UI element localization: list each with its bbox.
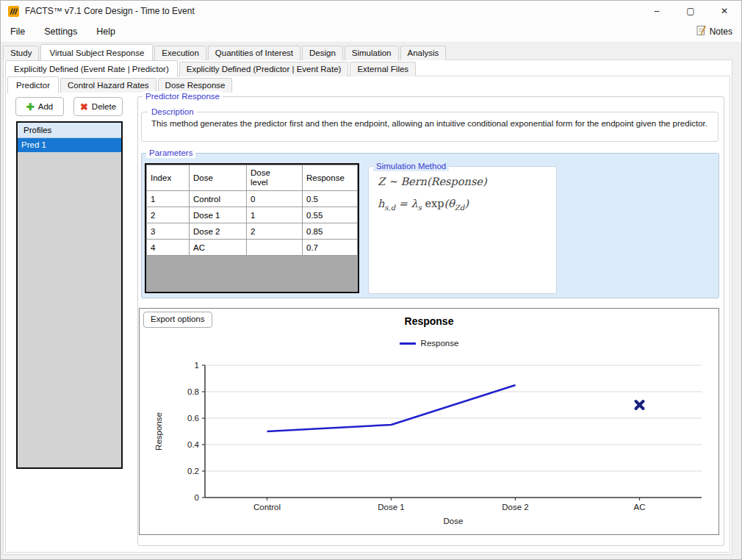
parameters-label: Parameters: [146, 148, 195, 158]
tertiary-tab-strip: Predictor Control Hazard Rates Dose Resp…: [7, 76, 234, 93]
delete-label: Delete: [92, 102, 116, 111]
cell-response[interactable]: 0.55: [303, 207, 358, 223]
formula-bernoulli: Z ∼ Bern(Response): [378, 176, 487, 187]
menu-bar: File Settings Help: [1, 21, 741, 43]
tab-dose-response[interactable]: Dose Response: [158, 78, 233, 93]
tab-control-hazard-rates[interactable]: Control Hazard Rates: [60, 78, 156, 93]
svg-text:0.8: 0.8: [187, 387, 199, 396]
svg-text:Dose 2: Dose 2: [502, 503, 528, 511]
svg-text:AC: AC: [634, 503, 646, 511]
minimize-button[interactable]: –: [640, 1, 674, 21]
table-row: 3 Dose 2 2 0.85: [147, 223, 358, 240]
cell-index[interactable]: 3: [147, 223, 190, 240]
cell-dose-level[interactable]: 2: [247, 223, 303, 240]
response-chart-panel: Export options Response Response 00.20.4…: [139, 308, 719, 535]
cell-dose[interactable]: AC: [190, 240, 247, 256]
description-text: This method generates the predictor firs…: [142, 112, 718, 128]
cell-dose-level[interactable]: 0: [247, 191, 303, 207]
col-dose: Dose: [190, 165, 247, 191]
menu-file[interactable]: File: [1, 26, 35, 37]
profiles-list-header: Profiles: [18, 123, 121, 138]
add-label: Add: [38, 102, 53, 111]
menu-settings[interactable]: Settings: [35, 26, 87, 37]
table-header-row: Index Dose Dose level Response: [147, 165, 358, 191]
svg-text:Response: Response: [154, 412, 163, 450]
facts-logo-icon: [8, 6, 19, 17]
tab-study[interactable]: Study: [3, 46, 39, 60]
title-bar: FACTS™ v7.1 Core Design - Time to Event …: [1, 1, 741, 21]
table-row: 4 AC 0.7: [147, 240, 358, 256]
notes-label: Notes: [710, 26, 732, 37]
tab-execution[interactable]: Execution: [154, 46, 206, 60]
profile-item-pred1[interactable]: Pred 1: [18, 138, 121, 152]
tab-explicit-predictor-event-rate[interactable]: Explicitly Defined (Predictor | Event Ra…: [179, 62, 349, 76]
svg-text:0.4: 0.4: [187, 440, 200, 449]
svg-text:Control: Control: [253, 503, 281, 511]
secondary-tab-strip: Explicitly Defined (Event Rate | Predict…: [5, 60, 417, 76]
cell-dose-level[interactable]: 1: [247, 207, 303, 223]
window-controls: – ▢ ✕: [640, 1, 741, 21]
close-button[interactable]: ✕: [707, 1, 741, 21]
simulation-method-label: Simulation Method: [373, 161, 449, 171]
notes-button[interactable]: Notes: [696, 25, 732, 38]
simulation-method-group: Simulation Method Z ∼ Bern(Response) hs,…: [368, 166, 557, 294]
parameters-group: Parameters Index Dose Dose level Respons…: [141, 153, 719, 298]
primary-tab-strip: Study Virtual Subject Response Execution…: [3, 43, 447, 60]
svg-text:1: 1: [195, 361, 199, 370]
add-button[interactable]: ✚ Add: [15, 97, 64, 116]
svg-text:Dose: Dose: [444, 517, 464, 525]
tab-quantities-of-interest[interactable]: Quantities of Interest: [208, 46, 300, 60]
cell-index[interactable]: 1: [147, 191, 190, 207]
cell-response[interactable]: 0.5: [303, 191, 358, 207]
add-icon: ✚: [26, 101, 35, 112]
tab-explicit-event-rate-predictor[interactable]: Explicitly Defined (Event Rate | Predict…: [5, 60, 178, 77]
cell-response[interactable]: 0.85: [303, 223, 358, 240]
tab-predictor[interactable]: Predictor: [7, 76, 59, 93]
delete-icon: ✖: [80, 101, 88, 112]
svg-text:0: 0: [195, 493, 199, 502]
table-row: 1 Control 0 0.5: [147, 191, 358, 207]
parameters-table: Index Dose Dose level Response 1 Control…: [145, 163, 359, 293]
tab-virtual-subject-response[interactable]: Virtual Subject Response: [40, 44, 153, 61]
tab-analysis[interactable]: Analysis: [400, 46, 447, 60]
description-group: Description This method generates the pr…: [141, 112, 718, 142]
formula-hazard: hs,d = λs exp(θZd): [378, 198, 469, 212]
predictor-response-label: Predictor Response: [143, 91, 223, 101]
cell-dose[interactable]: Dose 1: [190, 207, 247, 223]
delete-button[interactable]: ✖ Delete: [73, 97, 123, 116]
maximize-button[interactable]: ▢: [674, 1, 707, 21]
tab-simulation[interactable]: Simulation: [345, 46, 399, 60]
cell-dose[interactable]: Dose 2: [190, 223, 247, 240]
col-dose-level: Dose level: [247, 165, 303, 191]
cell-dose[interactable]: Control: [190, 191, 247, 207]
svg-text:0.2: 0.2: [187, 467, 199, 475]
tab-design[interactable]: Design: [302, 46, 343, 60]
cell-dose-level[interactable]: [247, 240, 303, 256]
app-window: FACTS™ v7.1 Core Design - Time to Event …: [0, 0, 742, 560]
tab-external-files[interactable]: External Files: [350, 62, 416, 76]
table-row: 2 Dose 1 1 0.55: [147, 207, 358, 223]
svg-text:Dose 1: Dose 1: [378, 503, 404, 511]
window-title: FACTS™ v7.1 Core Design - Time to Event: [25, 6, 195, 16]
col-index: Index: [147, 165, 190, 191]
cell-response[interactable]: 0.7: [303, 240, 358, 256]
description-label: Description: [148, 107, 197, 117]
svg-text:0.6: 0.6: [187, 414, 199, 423]
profiles-list: Profiles Pred 1: [16, 121, 123, 469]
cell-index[interactable]: 4: [147, 240, 190, 256]
response-line-chart: 00.20.40.60.81ControlDose 1Dose 2ACDoseR…: [140, 309, 718, 534]
col-response: Response: [303, 165, 358, 191]
menu-help[interactable]: Help: [87, 26, 125, 37]
cell-index[interactable]: 2: [147, 207, 190, 223]
notes-icon: [696, 25, 707, 38]
